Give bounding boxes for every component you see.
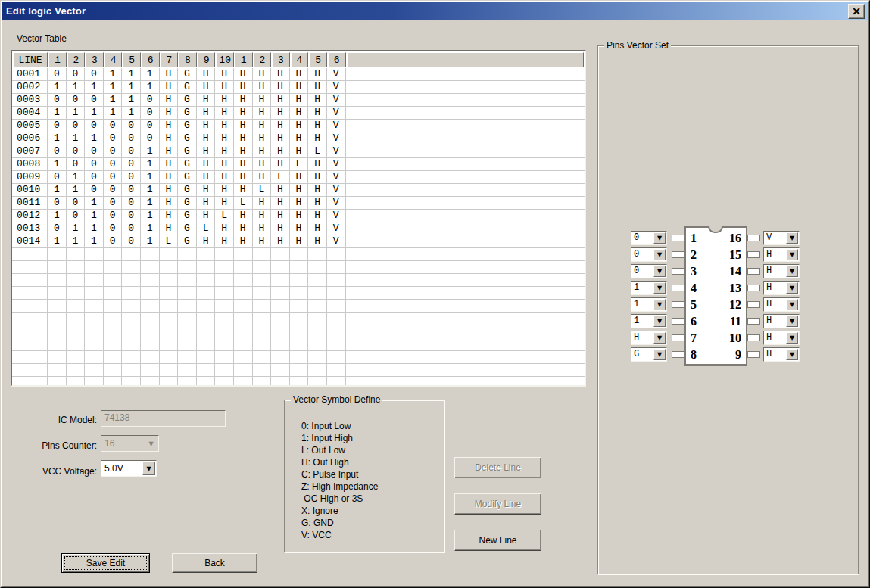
column-header-pin[interactable]: 6 bbox=[142, 52, 160, 67]
dropdown-arrow-icon[interactable]: ▼ bbox=[786, 232, 798, 244]
dropdown-arrow-icon[interactable]: ▼ bbox=[786, 299, 798, 310]
pin-value-cell bbox=[48, 351, 67, 363]
table-row[interactable] bbox=[12, 287, 585, 300]
delete-line-button[interactable]: Delete Line bbox=[454, 457, 541, 478]
pin-10-combobox[interactable]: H▼ bbox=[763, 331, 800, 345]
column-header-pin[interactable]: 5 bbox=[309, 52, 327, 67]
pin-11-combobox[interactable]: H▼ bbox=[763, 314, 800, 328]
dropdown-arrow-icon[interactable]: ▼ bbox=[653, 349, 666, 360]
pin-2-combobox[interactable]: 0▼ bbox=[631, 247, 667, 262]
back-button[interactable]: Back bbox=[172, 553, 257, 573]
pin-12-combobox[interactable]: H▼ bbox=[763, 297, 800, 312]
pin-value-cell bbox=[122, 287, 141, 299]
pin-14-combobox[interactable]: H▼ bbox=[763, 264, 800, 278]
dropdown-arrow-icon[interactable]: ▼ bbox=[786, 249, 798, 260]
modify-line-button[interactable]: Modify Line bbox=[454, 493, 541, 515]
vector-table[interactable]: LINE12345678910123456 0001000111HGHHHHHH… bbox=[11, 50, 586, 387]
table-row[interactable]: 0011001001HGHHLHHHHV bbox=[12, 197, 585, 210]
table-row[interactable]: 0001000111HGHHHHHHHV bbox=[12, 68, 585, 81]
dropdown-arrow-icon[interactable]: ▼ bbox=[653, 332, 666, 344]
column-header-pin[interactable]: 1 bbox=[235, 52, 253, 67]
pin-3-combobox[interactable]: 0▼ bbox=[631, 264, 667, 278]
column-header-pin[interactable]: 1 bbox=[48, 52, 67, 67]
pin-value-cell: 1 bbox=[104, 68, 123, 80]
dropdown-arrow-icon[interactable]: ▼ bbox=[786, 266, 798, 277]
table-row[interactable] bbox=[12, 274, 585, 287]
table-row[interactable]: 0004111110HGHHHHHHHV bbox=[12, 107, 585, 120]
ic-model-field[interactable]: 74138 bbox=[101, 410, 226, 427]
column-header-pin[interactable]: 2 bbox=[254, 52, 272, 67]
table-row[interactable] bbox=[12, 364, 585, 377]
table-row[interactable]: 0007000001HGHHHHHHLV bbox=[12, 145, 585, 158]
title-bar[interactable]: Edit logic Vector ✕ bbox=[2, 2, 868, 20]
table-row[interactable]: 0009010001HGHHHHLHHV bbox=[12, 171, 585, 184]
dropdown-arrow-icon[interactable]: ▼ bbox=[653, 282, 666, 294]
table-row[interactable]: 0005000000HGHHHHHHHV bbox=[12, 120, 585, 132]
column-header-pin[interactable]: 4 bbox=[104, 52, 123, 67]
column-header-pin[interactable]: 3 bbox=[272, 52, 290, 67]
table-row[interactable] bbox=[12, 338, 585, 351]
pin-value-cell bbox=[122, 300, 141, 312]
dropdown-arrow-icon[interactable]: ▼ bbox=[786, 349, 798, 360]
table-row[interactable]: 0014111001LGHHHHHHHV bbox=[12, 235, 585, 248]
column-header-pin[interactable]: 4 bbox=[291, 52, 309, 67]
column-header-pin[interactable]: 9 bbox=[198, 52, 216, 67]
pin-4-combobox[interactable]: 1▼ bbox=[631, 281, 667, 295]
table-row[interactable] bbox=[12, 351, 585, 364]
dropdown-arrow-icon[interactable]: ▼ bbox=[653, 249, 666, 260]
table-row[interactable] bbox=[12, 313, 585, 325]
column-header-pin[interactable]: 3 bbox=[86, 52, 104, 67]
dropdown-arrow-icon[interactable]: ▼ bbox=[786, 316, 798, 327]
pin-value-cell: H bbox=[290, 145, 309, 157]
dropdown-arrow-icon[interactable]: ▼ bbox=[142, 462, 155, 475]
table-row[interactable] bbox=[12, 377, 585, 387]
pin-value-cell: H bbox=[271, 210, 290, 222]
legend-line: C: Pulse Input bbox=[301, 468, 378, 481]
pin-15-combobox[interactable]: H▼ bbox=[763, 247, 800, 262]
table-row[interactable]: 0006111000HGHHHHHHHV bbox=[12, 132, 585, 145]
column-header-pin[interactable]: 6 bbox=[328, 52, 346, 67]
pin-value-cell bbox=[104, 325, 123, 338]
table-row[interactable]: 0013011001HGLHHHHHHV bbox=[12, 222, 585, 235]
pin-value-cell: H bbox=[308, 222, 327, 235]
dropdown-arrow-icon[interactable]: ▼ bbox=[653, 299, 666, 310]
dropdown-arrow-icon[interactable]: ▼ bbox=[653, 266, 666, 277]
pin-value-cell bbox=[141, 377, 160, 387]
column-header-pin[interactable]: 5 bbox=[123, 52, 141, 67]
close-button[interactable]: ✕ bbox=[848, 4, 865, 19]
dropdown-arrow-icon[interactable]: ▼ bbox=[653, 232, 666, 244]
table-row[interactable] bbox=[12, 261, 585, 274]
pin-9-combobox[interactable]: H▼ bbox=[763, 347, 800, 362]
line-number-cell bbox=[12, 300, 48, 312]
table-row[interactable] bbox=[12, 248, 585, 261]
pin-value-cell bbox=[85, 338, 104, 350]
table-row[interactable]: 0010110001HGHHHLHHHV bbox=[12, 184, 585, 197]
pins-counter-combobox[interactable]: 16 ▼ bbox=[101, 435, 159, 452]
pin-7-combobox[interactable]: H▼ bbox=[631, 331, 667, 345]
pin-value-cell bbox=[234, 325, 253, 338]
pin-value-cell: L bbox=[234, 197, 253, 209]
new-line-button[interactable]: New Line bbox=[454, 530, 541, 551]
column-header-pin[interactable]: 2 bbox=[67, 52, 86, 67]
pin-1-combobox[interactable]: 0▼ bbox=[631, 231, 667, 245]
vcc-voltage-combobox[interactable]: 5.0V ▼ bbox=[101, 460, 157, 477]
dropdown-arrow-icon[interactable]: ▼ bbox=[653, 316, 666, 327]
column-header-pin[interactable]: 8 bbox=[179, 52, 197, 67]
table-row[interactable]: 0008100001HGHHHHHLHV bbox=[12, 158, 585, 171]
table-row[interactable]: 0003000110HGHHHHHHHV bbox=[12, 94, 585, 107]
pin-8-combobox[interactable]: G▼ bbox=[631, 347, 667, 362]
dropdown-arrow-icon[interactable]: ▼ bbox=[786, 332, 798, 344]
dropdown-arrow-icon[interactable]: ▼ bbox=[786, 282, 798, 294]
table-row[interactable]: 0002111111HGHHHHHHHV bbox=[12, 81, 585, 94]
pin-16-combobox[interactable]: V▼ bbox=[763, 231, 800, 245]
column-header-line[interactable]: LINE bbox=[13, 52, 48, 67]
column-header-pin[interactable]: 10 bbox=[216, 52, 234, 67]
column-header-pin[interactable]: 7 bbox=[161, 52, 179, 67]
pin-6-combobox[interactable]: 1▼ bbox=[631, 314, 667, 328]
table-row[interactable] bbox=[12, 300, 585, 313]
save-edit-button[interactable]: Save Edit bbox=[61, 553, 150, 573]
table-row[interactable]: 0012101001HGHLHHHHHV bbox=[12, 210, 585, 222]
pin-5-combobox[interactable]: 1▼ bbox=[631, 297, 667, 312]
table-row[interactable] bbox=[12, 325, 585, 338]
pin-13-combobox[interactable]: H▼ bbox=[763, 281, 800, 295]
